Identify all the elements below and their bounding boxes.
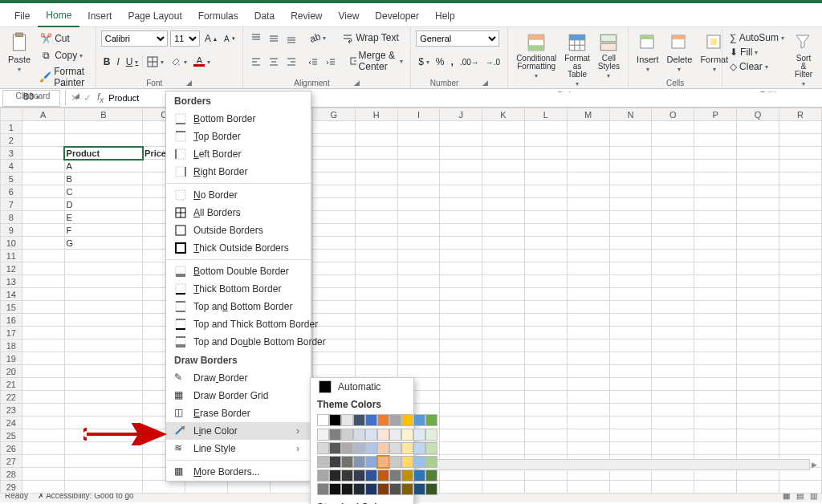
cell[interactable] bbox=[312, 250, 355, 262]
cell[interactable] bbox=[609, 211, 652, 224]
shade-color-swatch[interactable] bbox=[365, 469, 377, 482]
tab-home[interactable]: Home bbox=[38, 6, 79, 27]
shade-color-swatch[interactable] bbox=[317, 456, 329, 468]
cell[interactable] bbox=[22, 481, 64, 494]
cell[interactable] bbox=[64, 352, 143, 365]
theme-color-swatch[interactable] bbox=[401, 414, 413, 426]
row-header[interactable]: 2 bbox=[1, 134, 22, 147]
row-header[interactable]: 13 bbox=[1, 275, 22, 288]
cell[interactable] bbox=[64, 288, 143, 301]
cell[interactable] bbox=[779, 160, 822, 173]
cell[interactable] bbox=[524, 339, 567, 352]
cell[interactable] bbox=[64, 468, 143, 481]
cell[interactable] bbox=[482, 262, 525, 275]
cell[interactable] bbox=[482, 301, 525, 314]
cell[interactable] bbox=[440, 378, 482, 391]
cell[interactable] bbox=[737, 339, 779, 352]
theme-color-swatch[interactable] bbox=[353, 414, 365, 426]
cell[interactable] bbox=[652, 429, 694, 442]
shade-color-swatch[interactable] bbox=[353, 442, 365, 454]
cell[interactable] bbox=[355, 352, 397, 365]
cell[interactable] bbox=[440, 339, 482, 352]
shade-color-swatch[interactable] bbox=[341, 469, 353, 482]
cell[interactable] bbox=[567, 429, 609, 442]
column-header[interactable]: J bbox=[440, 108, 482, 121]
percent-button[interactable]: % bbox=[433, 55, 447, 69]
enter-formula-button[interactable]: ✓ bbox=[81, 91, 94, 105]
cell[interactable] bbox=[652, 339, 694, 352]
cell[interactable] bbox=[609, 404, 652, 417]
shade-color-swatch[interactable] bbox=[377, 483, 389, 495]
cell[interactable]: F bbox=[64, 224, 143, 237]
cell[interactable] bbox=[779, 237, 822, 250]
cell[interactable] bbox=[737, 481, 779, 494]
cell[interactable] bbox=[440, 134, 482, 147]
cell[interactable] bbox=[22, 429, 64, 442]
row-header[interactable]: 16 bbox=[1, 314, 22, 327]
cell[interactable] bbox=[22, 262, 64, 275]
cell[interactable] bbox=[524, 237, 567, 250]
cell[interactable] bbox=[779, 352, 822, 365]
cell[interactable] bbox=[355, 327, 397, 339]
cell[interactable] bbox=[652, 211, 694, 224]
cell[interactable] bbox=[779, 391, 822, 404]
cell[interactable] bbox=[779, 275, 822, 288]
cell[interactable] bbox=[397, 185, 440, 198]
cell[interactable] bbox=[312, 134, 355, 147]
border-option[interactable]: No Border bbox=[166, 186, 311, 204]
row-header[interactable]: 17 bbox=[1, 327, 22, 339]
cell[interactable] bbox=[312, 314, 355, 327]
cell[interactable] bbox=[737, 442, 779, 455]
cell[interactable] bbox=[482, 365, 525, 378]
cell[interactable] bbox=[737, 250, 779, 262]
cell[interactable] bbox=[567, 237, 609, 250]
cell[interactable] bbox=[524, 275, 567, 288]
cell[interactable] bbox=[397, 352, 440, 365]
dialog-launcher-icon[interactable]: ◢ bbox=[354, 79, 360, 87]
cell[interactable] bbox=[22, 417, 64, 429]
cell[interactable] bbox=[22, 134, 64, 147]
cell[interactable] bbox=[567, 391, 609, 404]
cell[interactable] bbox=[737, 301, 779, 314]
orientation-button[interactable]: ab▾ bbox=[307, 30, 328, 45]
cell[interactable] bbox=[567, 250, 609, 262]
cell[interactable] bbox=[652, 365, 694, 378]
tab-data[interactable]: Data bbox=[246, 7, 283, 26]
cell[interactable] bbox=[694, 288, 737, 301]
shade-color-swatch[interactable] bbox=[389, 483, 401, 495]
cell[interactable] bbox=[524, 352, 567, 365]
cell[interactable] bbox=[524, 211, 567, 224]
cell[interactable] bbox=[609, 339, 652, 352]
row-header[interactable]: 5 bbox=[1, 173, 22, 185]
cell[interactable] bbox=[22, 404, 64, 417]
cell[interactable] bbox=[524, 224, 567, 237]
tab-help[interactable]: Help bbox=[427, 7, 463, 26]
tab-insert[interactable]: Insert bbox=[79, 7, 120, 26]
row-header[interactable]: 12 bbox=[1, 262, 22, 275]
cell[interactable] bbox=[694, 134, 737, 147]
cell[interactable] bbox=[694, 378, 737, 391]
cell[interactable] bbox=[64, 121, 143, 134]
cell[interactable] bbox=[652, 185, 694, 198]
cell[interactable] bbox=[355, 224, 397, 237]
cell[interactable] bbox=[779, 429, 822, 442]
cell[interactable] bbox=[694, 121, 737, 134]
column-header[interactable]: O bbox=[652, 108, 694, 121]
row-header[interactable]: 25 bbox=[1, 429, 22, 442]
shade-color-swatch[interactable] bbox=[425, 469, 437, 482]
cell[interactable] bbox=[22, 442, 64, 455]
font-name-combo[interactable]: Calibri bbox=[101, 30, 168, 47]
cell[interactable] bbox=[779, 417, 822, 429]
cell[interactable] bbox=[694, 327, 737, 339]
cell[interactable] bbox=[652, 224, 694, 237]
cell[interactable] bbox=[440, 365, 482, 378]
theme-color-swatch[interactable] bbox=[341, 414, 353, 426]
cell[interactable] bbox=[64, 429, 143, 442]
cell[interactable] bbox=[22, 198, 64, 211]
increase-indent-button[interactable] bbox=[323, 54, 339, 68]
cell[interactable] bbox=[524, 327, 567, 339]
cell[interactable] bbox=[355, 134, 397, 147]
shade-color-swatch[interactable] bbox=[401, 456, 413, 468]
cell[interactable] bbox=[228, 481, 271, 494]
cell[interactable] bbox=[737, 429, 779, 442]
